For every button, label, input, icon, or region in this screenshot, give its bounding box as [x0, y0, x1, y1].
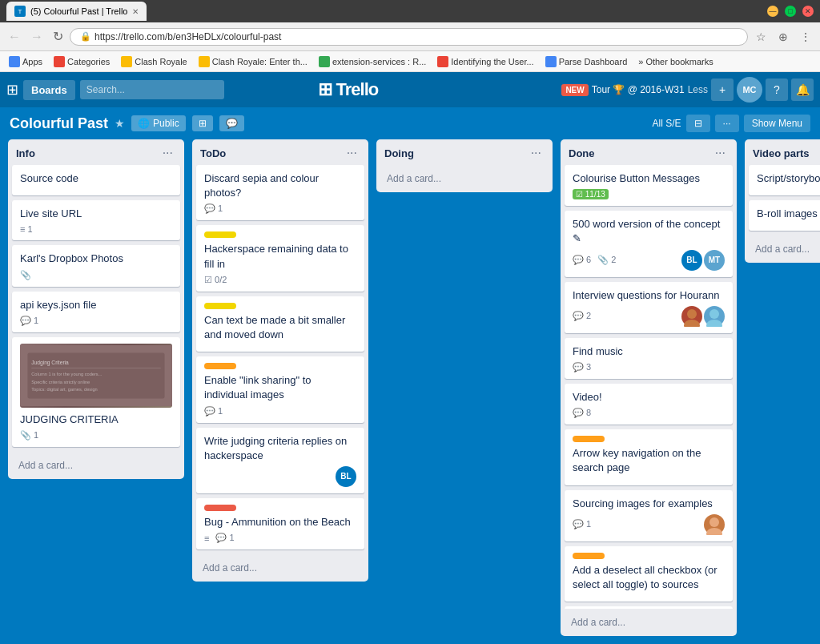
label-orange — [204, 363, 236, 369]
card-enable-link[interactable]: Enable "link sharing" to individual imag… — [196, 356, 364, 422]
add-card-button-video-parts[interactable]: Add a card... — [749, 239, 820, 259]
list-title-todo: ToDo — [200, 147, 226, 159]
card-judging-criteria[interactable]: Judging Criteria Column 1 is for the you… — [12, 337, 180, 447]
board-star-button[interactable]: ★ — [115, 117, 125, 130]
more-button[interactable]: ··· — [715, 115, 739, 132]
bookmark-icon — [319, 56, 330, 67]
list-header-info: Info ··· — [8, 139, 184, 165]
bookmark-icon — [199, 56, 210, 67]
card-karls-dropbox[interactable]: Karl's Dropbox Photos 📎 — [12, 245, 180, 286]
comment-count: 💬 1 — [20, 316, 38, 326]
close-button[interactable]: ✕ — [802, 6, 814, 17]
notification-button[interactable]: 🔔 — [791, 78, 814, 101]
card-video[interactable]: Video! 💬 8 — [565, 384, 733, 425]
add-card-button-done[interactable]: Add a card... — [565, 613, 733, 632]
comment-count: ≡ 1 — [20, 224, 33, 234]
card-title: Source code — [20, 171, 172, 186]
title-bar: T (5) Colourful Past | Trello ✕ — □ ✕ — [0, 0, 820, 22]
card-find-music[interactable]: Find music 💬 3 — [565, 338, 733, 379]
user-avatar[interactable]: MC — [737, 77, 762, 103]
list-footer-info: Add a card... — [8, 452, 184, 479]
card-interview-questions[interactable]: Interview questions for Hourann 💬 2 — [565, 282, 733, 333]
card-source-code[interactable]: Source code — [12, 165, 180, 195]
svg-point-9 — [709, 309, 719, 319]
bookmark-star-button[interactable]: ☆ — [751, 27, 770, 46]
checklist-count: ☑ 11/13 — [573, 189, 609, 199]
extension-button[interactable]: ⊕ — [774, 27, 793, 46]
back-button[interactable]: ← — [5, 28, 24, 46]
card-title: Find music — [573, 344, 725, 359]
maximize-button[interactable]: □ — [785, 6, 796, 17]
forward-button[interactable]: → — [27, 28, 46, 46]
card-write-judging[interactable]: Write judging criteria replies on hacker… — [196, 428, 364, 493]
card-title: B-roll images and — [757, 207, 820, 221]
add-card-button-info[interactable]: Add a card... — [12, 456, 180, 475]
card-title: Can text be made a bit smaller and moved… — [204, 313, 356, 342]
bookmark-categories[interactable]: Categories — [50, 54, 114, 69]
add-card-label: Add a card... — [18, 460, 73, 471]
bookmark-identifying[interactable]: Identifying the User... — [433, 54, 537, 69]
bookmark-clash2[interactable]: Clash Royale: Enter th... — [195, 54, 312, 69]
card-sourcing-images[interactable]: Sourcing images for examples 💬 1 — [565, 490, 733, 541]
header-search-input[interactable] — [80, 80, 224, 99]
svg-text:Judging Criteria: Judging Criteria — [31, 360, 69, 366]
card-thumbnail: Judging Criteria Column 1 is for the you… — [20, 344, 172, 408]
add-card-button-todo[interactable]: Add a card... — [196, 558, 364, 578]
card-labels — [204, 231, 356, 238]
active-tab[interactable]: T (5) Colourful Past | Trello ✕ — [6, 2, 147, 21]
card-script-storyboard[interactable]: Script/storyboard — [749, 165, 820, 195]
boards-button[interactable]: Boards — [23, 80, 75, 100]
card-500-word[interactable]: 500 word version of the concept ✎ 💬 6 📎 … — [565, 211, 733, 276]
card-api-keys[interactable]: api keys.json file 💬 1 — [12, 292, 180, 332]
add-button[interactable]: + — [711, 78, 734, 101]
bookmark-clash[interactable]: Clash Royale — [117, 54, 191, 69]
list-menu-button-doing[interactable]: ··· — [528, 146, 545, 160]
avatar-initials: MC — [742, 85, 756, 95]
card-truncate[interactable]: Truncate the description text — [565, 606, 733, 609]
board-icon-btn[interactable]: ⊞ — [192, 115, 213, 131]
bookmark-label: Categories — [67, 57, 110, 66]
tab-close-button[interactable]: ✕ — [132, 7, 139, 16]
card-add-deselect[interactable]: Add a deselect all checkbox (or select a… — [565, 546, 733, 602]
card-hackerspace[interactable]: Hackerspace remaining data to fill in ☑ … — [196, 225, 364, 291]
add-card-button-doing[interactable]: Add a card... — [380, 169, 549, 188]
svg-point-8 — [684, 320, 700, 327]
card-discard-sepia[interactable]: Discard sepia and colour photos? 💬 1 — [196, 165, 364, 220]
grid-icon: ⊞ — [6, 81, 18, 99]
bookmark-extension[interactable]: extension-services : R... — [315, 54, 430, 69]
bookmark-label: Apps — [22, 57, 42, 66]
card-meta: 📎 — [20, 270, 172, 280]
help-button[interactable]: ? — [766, 78, 788, 101]
card-broll-images[interactable]: B-roll images and — [749, 200, 820, 231]
bookmark-more[interactable]: » Other bookmarks — [634, 55, 718, 68]
comment-count: 💬 3 — [573, 362, 591, 372]
card-live-site[interactable]: Live site URL ≡ 1 — [12, 200, 180, 240]
show-menu-button[interactable]: Show Menu — [744, 115, 810, 132]
list-menu-button-done[interactable]: ··· — [712, 146, 729, 160]
card-can-text[interactable]: Can text be made a bit smaller and moved… — [196, 296, 364, 352]
nav-bar: ← → ↻ 🔒 https://trello.com/b/en3HeDLx/co… — [0, 22, 820, 51]
card-arrow-nav[interactable]: Arrow key navigation on the search page — [565, 429, 733, 485]
add-card-label: Add a card... — [387, 173, 441, 184]
list-menu-button-todo[interactable]: ··· — [344, 146, 360, 160]
card-bug-ammo[interactable]: Bug - Ammunition on the Beach ≡ 💬 1 — [196, 498, 364, 549]
bookmark-label: extension-services : R... — [332, 57, 426, 66]
address-bar[interactable]: 🔒 https://trello.com/b/en3HeDLx/colourfu… — [70, 28, 748, 46]
list-menu-button-info[interactable]: ··· — [159, 146, 176, 160]
card-title: Enable "link sharing" to individual imag… — [204, 373, 356, 402]
label-red — [204, 505, 236, 511]
svg-text:Column 1 is for the young code: Column 1 is for the young coders... — [31, 372, 102, 376]
bookmark-parse[interactable]: Parse Dashboard — [541, 54, 632, 69]
less-button[interactable]: Less — [688, 84, 708, 95]
bookmark-apps[interactable]: Apps — [5, 54, 46, 69]
comment-count: 💬 2 — [573, 311, 591, 321]
minimize-button[interactable]: — — [767, 6, 778, 17]
list-title-info: Info — [16, 147, 35, 159]
avatar-user2 — [704, 306, 725, 327]
filter-button[interactable]: ⊟ — [686, 115, 710, 132]
card-colourise-button[interactable]: Colourise Button Messages ☑ 11/13 — [565, 165, 733, 206]
settings-button[interactable]: ⋮ — [796, 27, 815, 46]
reload-button[interactable]: ↻ — [50, 27, 66, 46]
board-share-btn[interactable]: 💬 — [219, 115, 244, 131]
comment-count: 💬 6 — [573, 255, 591, 265]
